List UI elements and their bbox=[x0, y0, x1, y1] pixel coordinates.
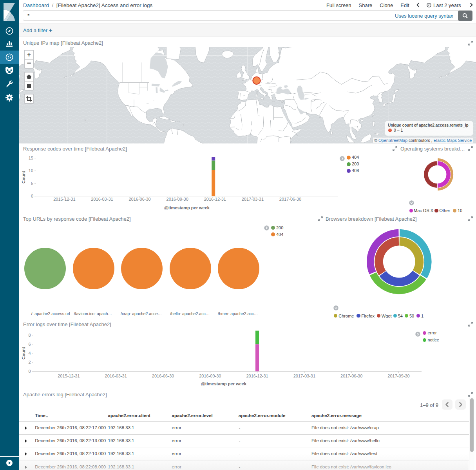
svg-text:2017-09-30: 2017-09-30 bbox=[387, 374, 409, 378]
svg-text:0: 0 bbox=[29, 369, 31, 374]
svg-text:2: 2 bbox=[29, 360, 31, 365]
svg-text:2017-06-30: 2017-06-30 bbox=[340, 374, 362, 378]
svg-text:10: 10 bbox=[29, 168, 33, 173]
svg-text:4: 4 bbox=[29, 351, 31, 356]
svg-text:Count: Count bbox=[21, 347, 26, 359]
svg-text:15: 15 bbox=[29, 156, 33, 160]
svg-text:2016-12-31: 2016-12-31 bbox=[246, 374, 268, 378]
svg-text:2016-06-30: 2016-06-30 bbox=[152, 374, 174, 378]
svg-text:2016-03-31: 2016-03-31 bbox=[105, 374, 127, 378]
svg-text:6: 6 bbox=[29, 342, 31, 347]
svg-text:Count: Count bbox=[21, 171, 26, 183]
svg-text:8: 8 bbox=[29, 333, 31, 338]
svg-text:2016-09-30: 2016-09-30 bbox=[199, 374, 221, 378]
svg-text:@timestamp per week: @timestamp per week bbox=[164, 205, 210, 210]
svg-text:5: 5 bbox=[31, 181, 33, 186]
svg-text:2015-12-31: 2015-12-31 bbox=[58, 374, 80, 378]
svg-text:0: 0 bbox=[31, 194, 33, 198]
svg-text:@timestamp per week: @timestamp per week bbox=[201, 381, 247, 386]
svg-text:2017-03-31: 2017-03-31 bbox=[293, 374, 315, 378]
